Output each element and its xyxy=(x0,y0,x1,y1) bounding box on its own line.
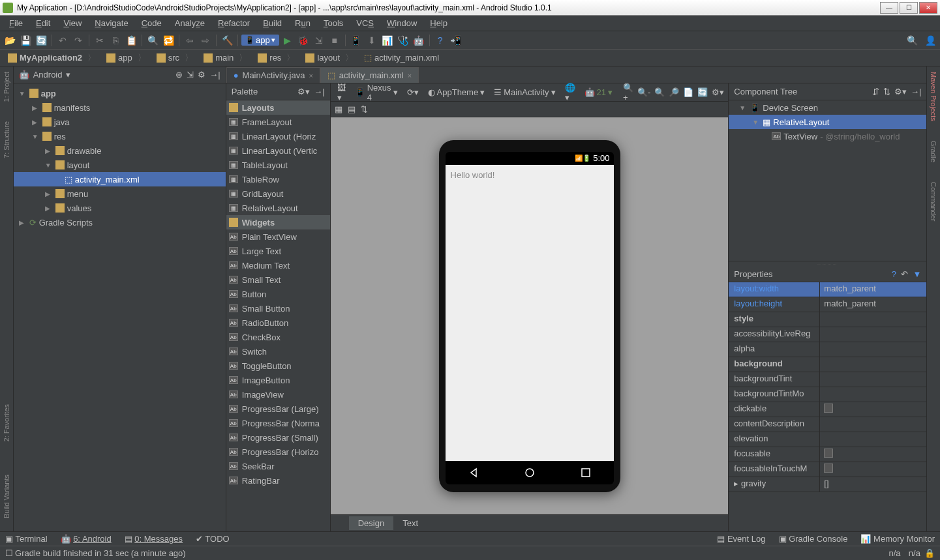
tree-app[interactable]: ▼app xyxy=(14,86,226,100)
property-row[interactable]: alpha xyxy=(729,342,926,357)
close-tab-icon[interactable]: × xyxy=(408,72,412,80)
scroll-from-source-icon[interactable]: ⊕ xyxy=(175,70,183,80)
status-lock-icon[interactable]: 🔒 xyxy=(924,548,935,558)
palette-item[interactable]: AbProgressBar (Norma xyxy=(226,416,330,430)
maximize-button[interactable]: ☐ xyxy=(900,2,918,14)
palette-item[interactable]: ▦GridLayout xyxy=(226,186,330,201)
menu-run[interactable]: Run xyxy=(288,17,317,29)
genymotion-icon[interactable]: 📲 xyxy=(449,33,463,48)
tree-java[interactable]: ▶java xyxy=(14,115,226,129)
checkbox[interactable] xyxy=(824,464,833,473)
collapse-icon[interactable]: ⇲ xyxy=(187,70,194,80)
api-selector[interactable]: 🤖21▾ xyxy=(582,87,615,98)
gear-icon[interactable]: ⚙▾ xyxy=(297,87,310,96)
property-row[interactable]: style xyxy=(729,312,926,327)
crumb-project[interactable]: MyApplication2 xyxy=(3,51,101,65)
paste-icon[interactable]: 📋 xyxy=(124,33,138,48)
palette-item[interactable]: AbImageView xyxy=(226,387,330,402)
palette-sort-icon[interactable]: ⇅ xyxy=(361,104,368,114)
cut-icon[interactable]: ✂ xyxy=(93,33,107,48)
tree-menu[interactable]: ▶menu xyxy=(14,186,226,201)
palette-item[interactable]: AbPlain TextView xyxy=(226,229,330,244)
ctree-textview[interactable]: AbTextView - @string/hello_world xyxy=(729,129,926,143)
monitor-icon[interactable]: 🩺 xyxy=(396,33,410,48)
sdk-icon[interactable]: ⬇ xyxy=(365,33,379,48)
ctree-relativelayout[interactable]: ▼▦RelativeLayout xyxy=(729,115,926,129)
tab-mainactivity-java[interactable]: ●MainActivity.java× xyxy=(226,67,320,83)
eventlog-tab[interactable]: ▤ Event Log xyxy=(717,534,765,544)
menu-vcs[interactable]: VCS xyxy=(350,17,380,29)
device-selector[interactable]: 📱 Nexus 4 ▾ xyxy=(352,82,401,103)
collapse-icon[interactable]: ⇅ xyxy=(883,87,890,96)
orientation-icon[interactable]: ⟳▾ xyxy=(404,87,421,98)
hide-icon[interactable]: →| xyxy=(209,70,220,80)
status-message-icon[interactable]: ☐ xyxy=(5,548,13,558)
palette-layouts-header[interactable]: Layouts xyxy=(226,100,330,115)
menu-file[interactable]: File xyxy=(3,17,29,29)
filter-icon[interactable]: ▼ xyxy=(913,269,921,279)
palette-item[interactable]: ▦LinearLayout (Horiz xyxy=(226,129,330,143)
crumb-app[interactable]: app xyxy=(101,51,151,65)
tree-res[interactable]: ▼res xyxy=(14,129,226,143)
palette-item[interactable]: AbProgressBar (Large) xyxy=(226,402,330,416)
palette-item[interactable]: ▦RelativeLayout xyxy=(226,201,330,215)
vtab-project[interactable]: 1: Project xyxy=(3,72,10,102)
palette-item[interactable]: ▦TableLayout xyxy=(226,158,330,172)
tree-layout[interactable]: ▼layout xyxy=(14,158,226,172)
todo-tab[interactable]: ✔ TODO xyxy=(196,534,230,544)
device-screen[interactable]: Hello world! xyxy=(446,165,614,461)
property-row[interactable]: layout:heightmatch_parent xyxy=(729,297,926,312)
memory-monitor-tab[interactable]: 📊 Memory Monitor xyxy=(860,534,935,544)
menu-window[interactable]: Window xyxy=(380,17,423,29)
render-icon[interactable]: 🖼▾ xyxy=(335,82,348,103)
panel-resize-handle[interactable]: ┄┄┄┄ xyxy=(729,261,926,267)
palette-item[interactable]: ▦TableRow xyxy=(226,172,330,186)
property-row[interactable]: layout:widthmatch_parent xyxy=(729,282,926,297)
menu-tools[interactable]: Tools xyxy=(317,17,350,29)
theme-selector[interactable]: ◐ AppTheme ▾ xyxy=(425,87,488,98)
tree-manifests[interactable]: ▶manifests xyxy=(14,100,226,115)
undo-icon[interactable]: ↶ xyxy=(55,33,70,48)
zoom-out-icon[interactable]: 🔍- xyxy=(637,87,650,97)
tab-activity-main-xml[interactable]: ⬚activity_main.xml× xyxy=(320,67,419,83)
open-icon[interactable]: 📂 xyxy=(3,33,17,48)
gear-icon[interactable]: ⚙ xyxy=(198,70,205,80)
property-row[interactable]: ▸ gravity[] xyxy=(729,477,926,492)
property-row[interactable]: backgroundTint xyxy=(729,372,926,387)
vtab-maven[interactable]: Maven Projects xyxy=(930,72,937,121)
messages-tab[interactable]: ▤ 0: Messages xyxy=(125,534,183,544)
stop-icon[interactable]: ■ xyxy=(327,33,342,48)
menu-view[interactable]: View xyxy=(57,17,88,29)
minimize-button[interactable]: — xyxy=(880,2,898,14)
menu-navigate[interactable]: Navigate xyxy=(88,17,134,29)
text-tab[interactable]: Text xyxy=(393,516,427,530)
user-icon[interactable]: 👤 xyxy=(923,33,937,48)
property-row[interactable]: elevation xyxy=(729,432,926,447)
zoom-in-icon[interactable]: 🔍+ xyxy=(623,83,633,102)
search-icon[interactable]: 🔍 xyxy=(905,33,919,48)
tree-activity-main-xml[interactable]: ⬚activity_main.xml xyxy=(14,172,226,186)
palette-item[interactable]: AbMedium Text xyxy=(226,258,330,273)
property-row[interactable]: focusableInTouchM xyxy=(729,462,926,477)
locale-icon[interactable]: 🌐▾ xyxy=(562,82,578,103)
attach-icon[interactable]: ⇲ xyxy=(312,33,326,48)
tree-gradle-scripts[interactable]: ▶⟳Gradle Scripts xyxy=(14,215,226,229)
hide-icon[interactable]: →| xyxy=(314,87,324,96)
expand-icon[interactable]: ⇵ xyxy=(872,87,879,96)
gear-icon[interactable]: ⚙▾ xyxy=(894,87,907,96)
help-icon[interactable]: ? xyxy=(433,33,447,48)
palette-item[interactable]: AbImageButton xyxy=(226,373,330,387)
settings-icon[interactable]: ⚙▾ xyxy=(712,87,724,97)
property-row[interactable]: accessibilityLiveReg xyxy=(729,327,926,342)
run-icon[interactable]: ▶ xyxy=(280,33,295,48)
capture-icon[interactable]: 🔄 xyxy=(697,87,708,97)
palette-item[interactable]: AbSeekBar xyxy=(226,459,330,473)
ctree-device-screen[interactable]: ▼📱Device Screen xyxy=(729,100,926,115)
palette-item[interactable]: AbSmall Button xyxy=(226,301,330,316)
copy-icon[interactable]: ⎘ xyxy=(108,33,123,48)
save-icon[interactable]: 💾 xyxy=(18,33,33,48)
sync-icon[interactable]: 🔄 xyxy=(34,33,48,48)
design-tab[interactable]: Design xyxy=(349,516,393,530)
crumb-layout[interactable]: layout xyxy=(300,51,359,65)
activity-selector[interactable]: ☰ MainActivity ▾ xyxy=(491,87,558,98)
